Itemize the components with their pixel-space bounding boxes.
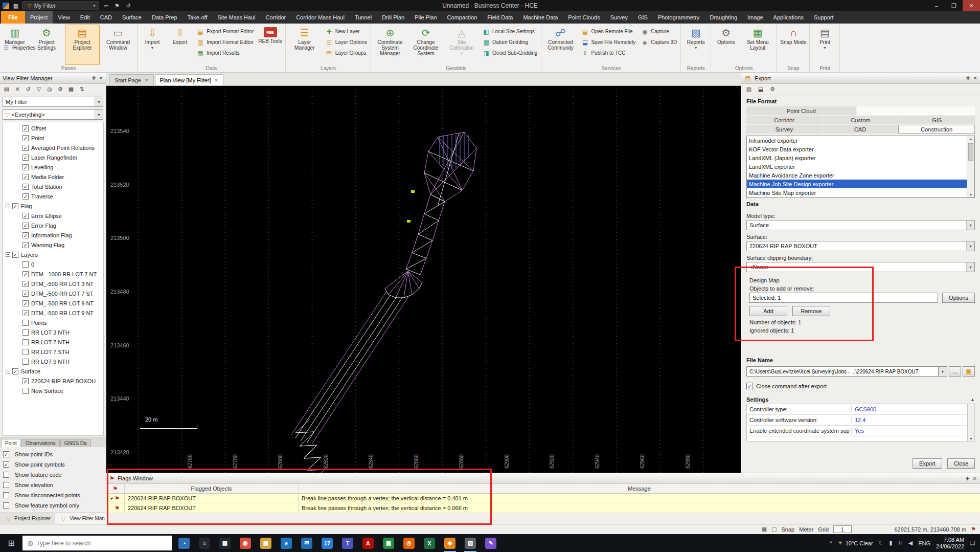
exporter-list-item[interactable]: Machine Job Site Design exporter <box>747 180 967 188</box>
delete-filter-icon[interactable]: ✕ <box>13 85 22 94</box>
scale-value-box[interactable]: 1 <box>833 525 852 533</box>
filter-tree-item[interactable]: Averaged Point Relations <box>4 143 96 152</box>
filter-tree-item[interactable]: Surface <box>4 366 96 376</box>
close-button[interactable]: ✕ <box>963 0 980 11</box>
tree-checkbox[interactable] <box>22 310 29 316</box>
ribbon-tab[interactable]: Machine Data <box>518 11 563 24</box>
filter-tree-item[interactable]: DTM_-500 RR LOT 9 NT <box>4 298 96 308</box>
taskbar-app-icon[interactable]: ◉ <box>235 534 256 552</box>
setting-value[interactable]: Yes <box>852 428 864 434</box>
ribbon-tab[interactable]: Corridor <box>260 11 291 24</box>
set-menu-layout-button[interactable]: ▦ Set Menu Layout <box>740 25 775 65</box>
ribbon-tab[interactable]: Data Prep <box>147 11 183 24</box>
exporter-list-item[interactable]: Inframodel exporter <box>747 136 967 145</box>
filter-tree-item[interactable]: RR LOT 7 STH <box>4 347 96 357</box>
exporter-list-item[interactable]: LandXML exporter <box>747 162 967 171</box>
tree-checkbox[interactable] <box>22 164 29 170</box>
display-option-row[interactable]: Show feature symbol only <box>3 502 103 509</box>
search-input[interactable] <box>36 540 167 547</box>
flag-icon[interactable]: ⚑ <box>971 526 976 533</box>
notification-center-icon[interactable]: ❏ <box>970 540 975 546</box>
filter-tree-item[interactable]: Traverse <box>4 191 96 201</box>
message-column-header[interactable]: Message <box>299 484 980 493</box>
flag-toggle-icon[interactable]: ⚑ <box>112 2 122 10</box>
category-construction[interactable]: Construction <box>898 125 975 134</box>
taskbar-app-icon[interactable]: ▣ <box>256 534 276 552</box>
taskbar-app-icon[interactable]: 17 <box>317 534 337 552</box>
ribbon-tab[interactable]: Compaction <box>442 11 483 24</box>
close-icon[interactable]: ✕ <box>973 75 977 81</box>
tree-expander-icon[interactable] <box>6 369 10 373</box>
tree-checkbox[interactable] <box>22 135 29 141</box>
maximize-button[interactable]: ❐ <box>945 0 963 11</box>
taskbar-app-icon[interactable]: ✎ <box>481 534 501 552</box>
tree-checkbox[interactable] <box>22 125 29 131</box>
display-option-row[interactable]: Show disconnected points <box>3 492 103 498</box>
filter-tree-item[interactable]: 220624 RIP RAP BOXOU <box>4 376 96 386</box>
settings-scrollbar[interactable]: ▼ <box>968 404 975 441</box>
category-custom[interactable]: Custom <box>823 116 898 124</box>
snap-toggle[interactable]: Snap <box>782 526 795 533</box>
network-icon[interactable]: ≋ <box>898 540 903 546</box>
ribbon-tab[interactable]: Tunnel <box>350 11 377 24</box>
chevron-down-icon[interactable]: ▼ <box>939 366 947 377</box>
meter-toggle[interactable]: Meter <box>799 526 813 533</box>
filter-tree-item[interactable]: Error Flag <box>4 220 96 230</box>
start-button[interactable]: ⊞ <box>0 534 22 552</box>
ribbon-tab[interactable]: CAD <box>95 11 117 24</box>
filter-tree-item[interactable]: Levelling <box>4 162 96 172</box>
export-confirm-button[interactable]: Export <box>913 458 942 469</box>
add-button[interactable]: Add <box>749 306 787 316</box>
ribbon-tab[interactable]: Take-off <box>183 11 213 24</box>
ribbon-tab[interactable]: Pile Plan <box>409 11 442 24</box>
onedrive-icon[interactable]: ☾ <box>879 540 884 546</box>
filter-tree-item[interactable]: Points <box>4 318 96 327</box>
tree-checkbox[interactable] <box>22 339 29 345</box>
tree-checkbox[interactable] <box>22 349 29 355</box>
views-icon[interactable]: ▦ <box>66 85 76 94</box>
setting-value[interactable]: GCS900 <box>852 406 876 412</box>
refresh-icon[interactable]: ↺ <box>124 2 133 10</box>
tree-checkbox[interactable] <box>22 174 29 180</box>
close-tab-icon[interactable]: ✕ <box>145 78 149 83</box>
filter-tree-item[interactable]: DTM_-500 RR LOT 7 ST <box>4 289 96 298</box>
model-type-select[interactable]: Surface ▼ <box>746 220 975 230</box>
filter-tree-item[interactable]: Information Flag <box>4 230 96 240</box>
taskbar-search[interactable]: ◎ <box>22 536 172 550</box>
selected-objects-input[interactable]: Selected: 1 <box>749 293 938 303</box>
file-path-input[interactable]: C:\Users\GusLevitzke\Xcel Surveying\Jobs… <box>746 366 939 377</box>
filter-tab[interactable]: Observations <box>21 439 60 447</box>
filter-tree-item[interactable]: Layers <box>4 250 96 259</box>
exporter-list-item[interactable]: KOF Vector Data exporter <box>747 145 967 153</box>
sort-icon[interactable]: ⇅ <box>77 85 86 94</box>
close-tab-icon[interactable]: ✕ <box>215 78 219 83</box>
surface-select[interactable]: 220624 RIP RAP BOXOUT ▼ <box>746 241 975 251</box>
taskbar-app-icon[interactable]: ▦ <box>378 534 399 552</box>
ribbon-tab[interactable]: Corridor Mass Haul <box>291 11 350 24</box>
close-after-export-checkbox[interactable] <box>746 383 753 389</box>
ribbon-tab[interactable]: Site Mass Haul <box>212 11 260 24</box>
display-option-row[interactable]: Show point IDs <box>3 451 103 457</box>
qat-filter-dropdown[interactable]: ▽ My Filter ▼ <box>22 2 99 10</box>
filter-tree-item[interactable]: DTM_-500 RR LOT 9 NT <box>4 308 96 318</box>
filter-tree-item[interactable]: Warning Flag <box>4 240 96 250</box>
browse-button[interactable]: … <box>949 366 961 377</box>
filter-select[interactable]: My Filter ▼ <box>3 97 103 107</box>
document-tab[interactable]: Start Page ✕ <box>109 74 154 85</box>
taskbar-app-icon[interactable]: T <box>337 534 358 552</box>
scroll-down-icon[interactable]: ▼ <box>969 193 973 196</box>
filter-tab[interactable]: Point <box>1 439 21 447</box>
volume-icon[interactable]: ◀ <box>908 540 913 546</box>
ribbon-tab[interactable]: Draughting <box>704 11 742 24</box>
filter-tree-item[interactable]: New Surface <box>4 386 96 395</box>
zoom-icon[interactable]: ◎ <box>45 85 54 94</box>
tree-checkbox[interactable] <box>22 378 29 384</box>
site-calibration-button[interactable]: ◬ Site Calibration ▼ <box>444 25 479 65</box>
exporter-list-item[interactable]: LandXML (Japan) exporter <box>747 153 967 162</box>
flagged-objects-column-header[interactable]: Flagged Objects <box>125 484 299 493</box>
tree-checkbox[interactable] <box>22 261 29 268</box>
scrollbar-thumb[interactable] <box>968 143 973 161</box>
hidden-icons-chevron[interactable]: ^ <box>830 540 832 546</box>
gear-icon[interactable]: ⚙ <box>768 85 777 94</box>
taskbar-app-icon[interactable]: ▧ <box>460 534 481 552</box>
